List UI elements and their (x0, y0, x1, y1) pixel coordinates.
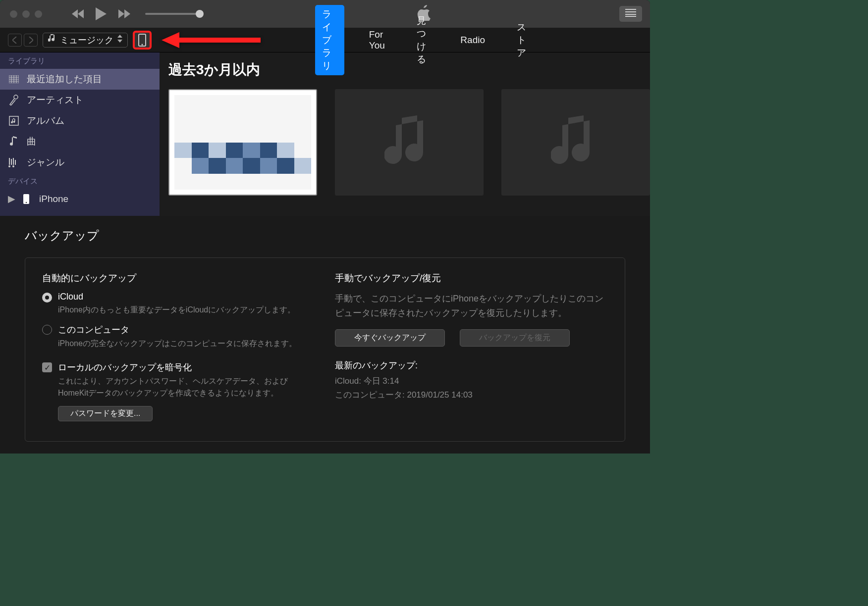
close-dot[interactable] (10, 10, 17, 18)
sidebar: ライブラリ 最近追加した項目 アーティスト アルバム 曲 ジャンル デバイス (0, 52, 160, 216)
prev-track-button[interactable] (72, 9, 84, 18)
sidebar-device-header: デバイス (0, 173, 160, 189)
tab-library[interactable]: ライブラリ (315, 5, 344, 75)
back-button[interactable] (8, 34, 22, 47)
updown-icon (117, 35, 122, 45)
grid-icon (8, 75, 20, 83)
next-track-button[interactable] (118, 9, 130, 18)
music-placeholder-icon (384, 113, 434, 172)
manual-backup-title: 手動でバックアップ/復元 (335, 272, 608, 285)
microphone-icon (8, 95, 20, 105)
sidebar-item-label: ジャンル (27, 156, 64, 169)
traffic-lights (10, 10, 42, 18)
guitar-icon (8, 157, 20, 168)
svg-point-3 (14, 95, 18, 99)
sidebar-item-label: 最近追加した項目 (27, 73, 102, 86)
sidebar-library-header: ライブラリ (0, 52, 160, 69)
latest-icloud-line: iCloud: 今日 3:14 (335, 374, 608, 389)
svg-point-5 (8, 165, 10, 167)
phone-icon (138, 34, 146, 47)
backup-section-title: バックアップ (25, 228, 625, 244)
latest-backup-title: 最新のバックアップ: (335, 359, 608, 371)
device-button[interactable] (133, 31, 152, 50)
encrypt-checkbox[interactable]: ✓ (42, 362, 52, 372)
album-thumbnail-placeholder[interactable] (335, 89, 484, 196)
sidebar-item-genres[interactable]: ジャンル (0, 152, 160, 173)
radio-computer[interactable]: このコンピュータ iPhoneの完全なバックアップはこのコンピュータに保存されま… (42, 324, 315, 350)
list-view-button[interactable] (619, 6, 642, 22)
body: ライブラリ 最近追加した項目 アーティスト アルバム 曲 ジャンル デバイス (0, 52, 650, 216)
toolbar: ミュージック ライブラリ For You 見つける Radio ストア (0, 28, 650, 52)
maximize-dot[interactable] (35, 10, 42, 18)
encrypt-label: ローカルのバックアップを暗号化 (58, 361, 315, 373)
manual-backup-desc: 手動で、このコンピュータにiPhoneをバックアップしたりこのコンピュータに保存… (335, 292, 608, 320)
svg-rect-4 (9, 116, 18, 125)
media-type-label: ミュージック (60, 34, 113, 46)
main-tabs: ライブラリ For You 見つける Radio ストア (315, 5, 533, 75)
sidebar-item-iphone[interactable]: ▶ iPhone (0, 189, 160, 208)
radio-computer-desc: iPhoneの完全なバックアップはこのコンピュータに保存されます。 (58, 338, 315, 350)
album-grid (168, 89, 650, 196)
itunes-window: ミュージック ライブラリ For You 見つける Radio ストア (0, 0, 650, 454)
backup-panel: 自動的にバックアップ iCloud iPhone内のもっとも重要なデータをiCl… (25, 257, 625, 442)
encrypt-checkbox-row[interactable]: ✓ ローカルのバックアップを暗号化 これにより、アカウントパスワード、ヘルスケア… (42, 361, 315, 421)
nav-arrows (8, 34, 38, 47)
sidebar-item-songs[interactable]: 曲 (0, 131, 160, 152)
sidebar-item-label: アーティスト (27, 94, 83, 106)
playback-controls (72, 7, 130, 20)
radio-icloud-label: iCloud (58, 292, 315, 302)
manual-buttons: 今すぐバックアップ バックアップを復元 (335, 329, 608, 347)
music-note-icon (48, 34, 56, 46)
play-button[interactable] (96, 7, 107, 20)
encrypt-desc: これにより、アカウントパスワード、ヘルスケアデータ、およびHomeKitデータの… (58, 375, 315, 399)
auto-backup-column: 自動的にバックアップ iCloud iPhone内のもっとも重要なデータをiCl… (42, 272, 315, 421)
backup-section: バックアップ 自動的にバックアップ iCloud iPhone内のもっとも重要な… (0, 216, 650, 454)
tab-browse[interactable]: 見つける (410, 11, 436, 69)
note-icon (8, 136, 20, 147)
sidebar-item-albums[interactable]: アルバム (0, 110, 160, 131)
volume-slider[interactable] (145, 13, 200, 15)
change-password-button[interactable]: パスワードを変更... (58, 406, 153, 421)
music-placeholder-icon (551, 113, 600, 172)
sidebar-item-recently-added[interactable]: 最近追加した項目 (0, 69, 160, 90)
tab-store[interactable]: ストア (510, 18, 533, 62)
svg-point-8 (26, 202, 27, 202)
annotation-arrow (162, 30, 261, 50)
radio-computer-label: このコンピュータ (58, 324, 315, 336)
tab-for-you[interactable]: For You (362, 26, 392, 54)
minimize-dot[interactable] (22, 10, 30, 18)
sidebar-item-artists[interactable]: アーティスト (0, 90, 160, 110)
radio-icloud-desc: iPhone内のもっとも重要なデータをiCloudにバックアップします。 (58, 304, 315, 316)
expand-icon: ▶ (8, 193, 15, 204)
album-thumbnail-placeholder[interactable] (501, 89, 650, 196)
sidebar-item-label: アルバム (27, 114, 64, 127)
restore-backup-button[interactable]: バックアップを復元 (460, 329, 570, 347)
backup-now-button[interactable]: 今すぐバックアップ (335, 329, 445, 347)
album-thumbnail[interactable] (168, 89, 317, 196)
radio-icloud[interactable]: iCloud iPhone内のもっとも重要なデータをiCloudにバックアップし… (42, 292, 315, 316)
manual-backup-column: 手動でバックアップ/復元 手動で、このコンピュータにiPhoneをバックアップし… (335, 272, 608, 421)
svg-point-6 (12, 165, 14, 167)
sidebar-item-label: iPhone (39, 194, 68, 204)
tab-radio[interactable]: Radio (453, 32, 492, 49)
forward-button[interactable] (24, 34, 38, 47)
radio-computer-input[interactable] (42, 325, 52, 335)
media-type-selector[interactable]: ミュージック (43, 33, 128, 48)
phone-icon (20, 194, 32, 204)
radio-icloud-input[interactable] (42, 293, 52, 303)
main-content: 過去3か月以内 (160, 52, 650, 216)
latest-backup: 最新のバックアップ: iCloud: 今日 3:14 このコンピュータ: 201… (335, 359, 608, 403)
auto-backup-title: 自動的にバックアップ (42, 272, 315, 285)
svg-point-1 (142, 44, 143, 45)
latest-computer-line: このコンピュータ: 2019/01/25 14:03 (335, 388, 608, 403)
album-icon (8, 116, 20, 126)
blurred-artwork (174, 95, 311, 190)
sidebar-item-label: 曲 (27, 135, 36, 148)
